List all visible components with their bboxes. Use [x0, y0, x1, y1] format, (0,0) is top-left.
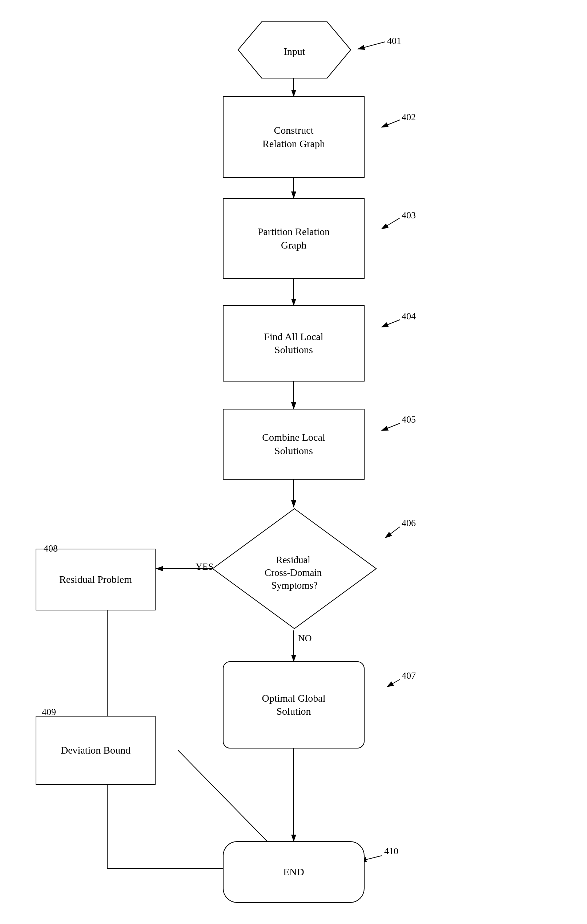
construct-node: Construct Relation Graph — [223, 96, 365, 178]
partition-node: Partition Relation Graph — [223, 198, 365, 279]
ref-403: 403 — [402, 210, 416, 221]
no-label: NO — [298, 633, 312, 644]
flowchart: Input Construct Relation Graph Partition… — [0, 0, 587, 924]
svg-line-20 — [385, 527, 400, 538]
ref-405: 405 — [402, 414, 416, 425]
residual-q-node: Residual Cross-Domain Symptoms? — [211, 507, 378, 630]
ref-408: 408 — [44, 543, 58, 554]
deviation-bound-label: Deviation Bound — [61, 744, 131, 757]
ref-409: 409 — [42, 707, 56, 718]
input-label: Input — [283, 46, 305, 57]
svg-line-21 — [387, 680, 400, 687]
residual-problem-label: Residual Problem — [59, 573, 132, 586]
residual-problem-node: Residual Problem — [36, 549, 155, 610]
end-node: END — [223, 841, 365, 903]
svg-line-16 — [382, 120, 400, 127]
svg-line-18 — [382, 320, 400, 327]
construct-label: Construct Relation Graph — [263, 124, 325, 150]
optimal-global-node: Optimal Global Solution — [223, 661, 365, 749]
combine-node: Combine Local Solutions — [223, 409, 365, 480]
ref-407: 407 — [402, 670, 416, 681]
ref-406: 406 — [402, 518, 416, 529]
ref-410: 410 — [384, 846, 398, 857]
optimal-global-label: Optimal Global Solution — [262, 692, 326, 718]
ref-404: 404 — [402, 311, 416, 322]
input-node: Input — [236, 20, 352, 80]
yes-label: YES — [195, 561, 213, 572]
find-local-label: Find All Local Solutions — [264, 330, 323, 357]
svg-line-17 — [382, 218, 400, 229]
end-label: END — [283, 866, 304, 879]
partition-label: Partition Relation Graph — [258, 225, 330, 252]
ref-402: 402 — [402, 112, 416, 123]
ref-401: 401 — [387, 36, 401, 46]
svg-line-15 — [358, 42, 385, 49]
svg-line-19 — [382, 423, 400, 431]
combine-label: Combine Local Solutions — [262, 431, 325, 457]
deviation-bound-node: Deviation Bound — [36, 716, 155, 785]
find-local-node: Find All Local Solutions — [223, 305, 365, 381]
